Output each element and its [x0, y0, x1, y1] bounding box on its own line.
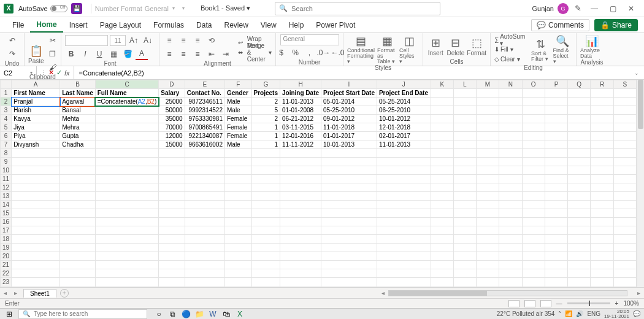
col-header-M[interactable]: M: [476, 80, 499, 89]
cell-C22[interactable]: [95, 269, 158, 278]
cell-L6[interactable]: [453, 132, 476, 140]
cell-R16[interactable]: [591, 218, 613, 226]
hscroll-left[interactable]: ◂: [378, 290, 388, 296]
cancel-icon[interactable]: ✕: [48, 69, 54, 77]
cell-B13[interactable]: [60, 192, 96, 201]
cell-P18[interactable]: [545, 235, 567, 244]
cell-D9[interactable]: [159, 158, 185, 166]
file-explorer-icon[interactable]: 📁: [193, 310, 206, 318]
cell-M15[interactable]: [476, 209, 499, 218]
zoom-level[interactable]: 100%: [623, 300, 639, 307]
cell-F5[interactable]: Female: [225, 123, 252, 132]
cell-B22[interactable]: [60, 269, 96, 278]
search-input[interactable]: [291, 5, 436, 12]
cell-M19[interactable]: [476, 244, 499, 252]
fill-button[interactable]: ⬇ Fill ▾: [494, 45, 529, 54]
cell-C9[interactable]: [95, 158, 158, 166]
zoom-out-button[interactable]: —: [556, 300, 562, 307]
cell-J18[interactable]: [377, 235, 431, 244]
tray-chevron-icon[interactable]: ˄: [558, 310, 561, 317]
cell-R1[interactable]: [591, 89, 613, 98]
cell-N3[interactable]: [499, 106, 522, 115]
col-header-B[interactable]: B: [60, 80, 96, 89]
cell-I5[interactable]: 11-01-2018: [321, 123, 377, 132]
cell-G17[interactable]: [251, 226, 280, 235]
cell-O22[interactable]: [522, 269, 545, 278]
cell-K10[interactable]: [431, 166, 453, 175]
cell-E9[interactable]: [185, 158, 224, 166]
cell-Q8[interactable]: [568, 149, 591, 158]
cell-L9[interactable]: [453, 158, 476, 166]
cell-D3[interactable]: 50000: [159, 106, 185, 115]
cell-H1[interactable]: Joining Date: [280, 89, 321, 98]
cell-N12[interactable]: [499, 183, 522, 192]
chevron-down-icon[interactable]: ▾: [30, 70, 33, 75]
cell-S11[interactable]: [613, 175, 636, 183]
row-header-20[interactable]: 20: [1, 252, 12, 261]
cell-B6[interactable]: Gupta: [60, 132, 96, 140]
select-all-corner[interactable]: [1, 80, 12, 89]
col-header-L[interactable]: L: [453, 80, 476, 89]
cell-E5[interactable]: 9700865491: [185, 123, 224, 132]
align-center-icon[interactable]: ≡: [177, 48, 190, 60]
cell-E10[interactable]: [185, 166, 224, 175]
cell-H17[interactable]: [280, 226, 321, 235]
word-icon[interactable]: W: [206, 310, 220, 318]
align-left-icon[interactable]: ≡: [163, 48, 175, 60]
cell-L4[interactable]: [453, 115, 476, 123]
cell-L16[interactable]: [453, 218, 476, 226]
cell-L20[interactable]: [453, 252, 476, 261]
cell-A21[interactable]: [12, 261, 60, 269]
cell-S4[interactable]: [613, 115, 636, 123]
row-header-8[interactable]: 8: [1, 149, 12, 158]
cell-O8[interactable]: [522, 149, 545, 158]
cell-O9[interactable]: [522, 158, 545, 166]
cell-A23[interactable]: [12, 278, 60, 286]
normal-view-button[interactable]: [508, 300, 519, 307]
cell-B12[interactable]: [60, 183, 96, 192]
col-header-P[interactable]: P: [545, 80, 567, 89]
wifi-icon[interactable]: 📶: [565, 310, 572, 317]
hscroll-right[interactable]: ▸: [634, 290, 644, 296]
cell-Q23[interactable]: [568, 278, 591, 286]
cell-P9[interactable]: [545, 158, 567, 166]
tab-file[interactable]: File: [6, 18, 30, 32]
cell-G1[interactable]: Projects: [251, 89, 280, 98]
cell-O16[interactable]: [522, 218, 545, 226]
indent-dec-icon[interactable]: ⇤: [205, 48, 218, 60]
cell-G3[interactable]: 5: [251, 106, 280, 115]
tab-data[interactable]: Data: [190, 18, 218, 32]
cell-L8[interactable]: [453, 149, 476, 158]
cell-C6[interactable]: [95, 132, 158, 140]
cell-B18[interactable]: [60, 235, 96, 244]
cell-M11[interactable]: [476, 175, 499, 183]
cell-N1[interactable]: [499, 89, 522, 98]
cell-O1[interactable]: [522, 89, 545, 98]
cell-D15[interactable]: [159, 209, 185, 218]
row-header-15[interactable]: 15: [1, 209, 12, 218]
cell-C8[interactable]: [95, 149, 158, 158]
worksheet-grid[interactable]: ABCDEFGHIJKLMNOPQRS1First NameLast NameF…: [0, 80, 637, 287]
row-header-11[interactable]: 11: [1, 175, 12, 183]
cell-F14[interactable]: [225, 201, 252, 209]
cell-N7[interactable]: [499, 140, 522, 149]
inc-decimal-icon[interactable]: .0→: [318, 47, 330, 59]
pen-icon[interactable]: ✎: [575, 4, 581, 13]
cell-A16[interactable]: [12, 218, 60, 226]
cell-Q9[interactable]: [568, 158, 591, 166]
cell-S5[interactable]: [613, 123, 636, 132]
cell-C15[interactable]: [95, 209, 158, 218]
horizontal-scrollbar[interactable]: [388, 290, 627, 296]
cell-L23[interactable]: [453, 278, 476, 286]
cell-C17[interactable]: [95, 226, 158, 235]
cell-D21[interactable]: [159, 261, 185, 269]
currency-icon[interactable]: $: [275, 47, 288, 59]
cell-B16[interactable]: [60, 218, 96, 226]
align-bottom-icon[interactable]: ≡: [191, 34, 204, 47]
font-size-dropdown[interactable]: 11: [110, 35, 126, 46]
col-header-J[interactable]: J: [377, 80, 431, 89]
cell-R7[interactable]: [591, 140, 613, 149]
sheet-nav-next[interactable]: ▸: [10, 290, 21, 296]
cell-S18[interactable]: [613, 235, 636, 244]
cell-C16[interactable]: [95, 218, 158, 226]
